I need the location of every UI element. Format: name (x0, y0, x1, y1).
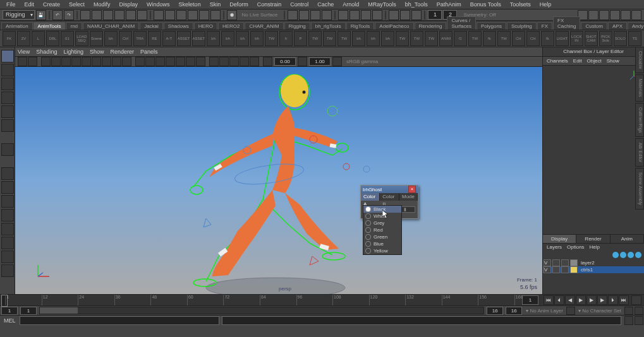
shelf-button[interactable]: Ctrl (119, 31, 132, 46)
cb-menu-item[interactable]: Channels (547, 58, 568, 64)
anim-layer-combo[interactable]: ▾ No Anim Layer (526, 308, 563, 314)
shelf-button[interactable]: PICK 3rds (599, 31, 612, 46)
menu-constrain[interactable]: Constrain (253, 1, 286, 8)
tool-icon[interactable] (80, 10, 90, 20)
side-tab[interactable]: Scene Assembly (635, 168, 644, 210)
redo-icon[interactable]: ↷ (64, 10, 74, 20)
rewind-button[interactable]: ⏮ (544, 295, 554, 305)
play-back-button[interactable]: ▶ (576, 295, 586, 305)
save-icon[interactable]: 💾 (36, 10, 46, 20)
color-option[interactable]: Yellow (363, 247, 401, 254)
layer-new-icon[interactable] (635, 252, 641, 258)
shelf-tab[interactable]: rnd (66, 22, 82, 30)
tool-icon[interactable] (114, 10, 125, 20)
menu-file[interactable]: File (3, 1, 20, 8)
menu-create[interactable]: Create (39, 1, 64, 8)
menu-toolsets[interactable]: Toolsets (506, 1, 535, 8)
view-icon[interactable] (82, 57, 91, 66)
shelf-button[interactable]: TW (308, 31, 322, 46)
shelf-button[interactable]: LIGHT (556, 31, 569, 46)
scale-tool-icon[interactable] (1, 119, 14, 132)
shelf-button[interactable]: bh (207, 31, 220, 46)
menu-cache[interactable]: Cache (313, 1, 337, 8)
misc-tool-icon[interactable] (1, 143, 14, 156)
prefs-icon[interactable] (635, 307, 643, 315)
hist-icon[interactable] (310, 10, 320, 20)
viewport[interactable]: Frame: 1 5.6 fps persp (15, 67, 542, 294)
shelf-button[interactable]: TW (425, 31, 438, 46)
end-button[interactable]: ⏭ (619, 295, 629, 305)
hist-icon[interactable] (322, 10, 332, 20)
shelf-button[interactable]: bh (236, 31, 249, 46)
shelf-button[interactable]: G (454, 31, 467, 46)
menu-edit[interactable]: Edit (21, 1, 39, 8)
shelf-tab[interactable]: CHAR_ANIM (245, 22, 283, 30)
tool-icon[interactable] (92, 10, 102, 20)
shelf-tab[interactable]: APX (608, 22, 627, 30)
range-end[interactable]: 16 (506, 307, 522, 315)
shelf-tab[interactable]: NAMU_CHAR_ANIM (83, 22, 139, 30)
viewmenu-item[interactable]: Lighting (63, 49, 83, 55)
lasso-tool-icon[interactable] (1, 64, 14, 76)
menu-arnold[interactable]: Arnold (339, 1, 363, 8)
shelf-button[interactable]: CH (526, 31, 540, 46)
menu-help[interactable]: Help (536, 1, 556, 8)
shelf-button[interactable]: ANIM (439, 31, 453, 46)
layout-icon[interactable] (1, 167, 14, 180)
shelf-tab[interactable]: Animation (1, 22, 33, 30)
layer-color-swatch[interactable] (570, 266, 578, 273)
menu-bonustools[interactable]: Bonus Tools (466, 1, 505, 8)
layout-icon[interactable] (1, 237, 14, 249)
layer-row[interactable]: Vctrls1 (543, 266, 644, 273)
layers-menu-item[interactable]: Options (567, 244, 585, 250)
menu-display[interactable]: Display (116, 1, 142, 8)
far-clip[interactable]: 1.00 (309, 57, 331, 66)
menu-control[interactable]: Control (286, 1, 312, 8)
view-icon[interactable] (219, 57, 229, 66)
select-tool-icon[interactable] (1, 50, 14, 62)
shelf-tab[interactable]: Rigging (284, 22, 310, 30)
snap-icon[interactable] (154, 10, 164, 20)
layout-icon[interactable] (1, 195, 14, 208)
play-button[interactable]: ▶ (586, 295, 597, 305)
layout-icon[interactable] (1, 264, 14, 277)
shelf-button[interactable]: FK (3, 31, 16, 46)
shelf-button[interactable]: ASSET (177, 31, 191, 46)
side-tab[interactable]: Materials (635, 74, 644, 101)
view-icon[interactable] (71, 57, 81, 66)
layers-menu-item[interactable]: Layers (547, 244, 562, 250)
menu-skeleton[interactable]: Skeleton (175, 1, 205, 8)
view-icon[interactable] (135, 57, 145, 66)
tool-icon[interactable] (137, 10, 147, 20)
shelf-button[interactable]: fk (483, 31, 496, 46)
menu-skin[interactable]: Skin (206, 1, 225, 8)
view-icon[interactable] (209, 57, 219, 66)
shelf-button[interactable]: fr (279, 31, 293, 46)
color-option[interactable]: Grey (363, 220, 401, 227)
bhghost-tab[interactable]: Mode (399, 193, 418, 201)
pane-icon[interactable] (631, 10, 641, 20)
paint-tool-icon[interactable] (1, 78, 14, 90)
menu-select[interactable]: Select (65, 1, 88, 8)
shelf-tab[interactable]: Custom (581, 22, 607, 30)
tool-icon[interactable] (103, 10, 113, 20)
shelf-button[interactable]: L (32, 31, 45, 46)
near-clip[interactable]: 0.00 (274, 57, 296, 66)
layer-add-icon[interactable] (612, 252, 619, 258)
step-fwd-button[interactable]: ⏵ (608, 295, 618, 305)
shelf-tab[interactable]: Rendering (415, 22, 447, 30)
shelf-tab[interactable]: Curves / Surfaces (447, 16, 476, 30)
view-icon[interactable] (298, 57, 307, 66)
cb-menu-item[interactable]: Show (607, 58, 619, 64)
view-icon[interactable] (196, 57, 205, 66)
layout-icon[interactable] (1, 251, 14, 263)
shelf-button[interactable]: TW (468, 31, 482, 46)
shelf-button[interactable]: fk (541, 31, 554, 46)
layer-tab[interactable]: Anim (611, 235, 644, 243)
next-key-button[interactable]: ▶ (597, 295, 607, 305)
layer-tab[interactable]: Render (576, 235, 610, 243)
shelf-button[interactable]: TW (265, 31, 278, 46)
current-frame[interactable]: 1 (522, 295, 538, 305)
render-icon[interactable] (361, 10, 371, 20)
menu-modify[interactable]: Modify (90, 1, 114, 8)
